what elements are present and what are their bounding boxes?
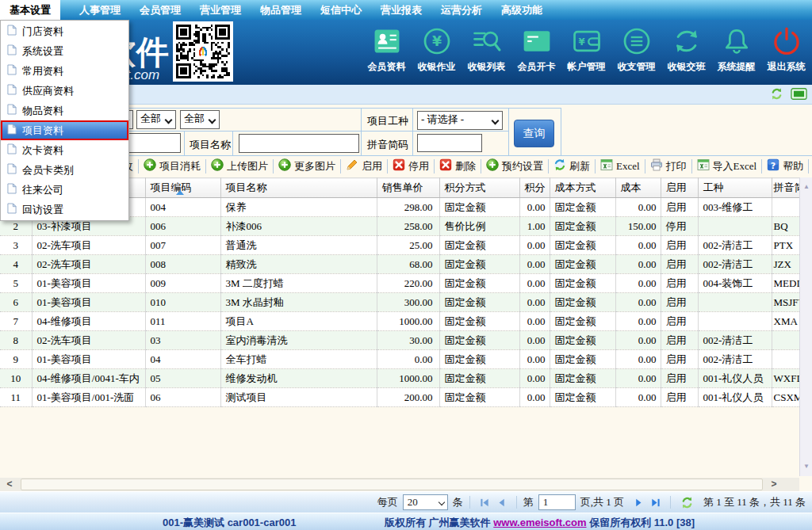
toolbar-button[interactable]: ? 帮助	[762, 158, 808, 174]
dropdown-item[interactable]: 常用资料	[1, 61, 128, 81]
toolbar-button[interactable]: Excel	[596, 158, 645, 174]
toolbar-button[interactable]: 更多图片	[274, 158, 340, 174]
table-row[interactable]: 1004-维修项目/0041-车内 05维修发动机 1000.00固定金额 0.…	[0, 369, 799, 388]
dropdown-item[interactable]: 会员卡类别	[1, 160, 128, 180]
pencil-icon	[346, 158, 358, 174]
header-button[interactable]: 退出系统	[761, 24, 811, 82]
last-page-button[interactable]	[650, 498, 661, 508]
website-link[interactable]: www.emeisoft.com	[493, 517, 586, 528]
refresh-page-icon[interactable]	[680, 496, 694, 509]
dropdown-item[interactable]: 物品资料	[1, 101, 128, 120]
menubar-item[interactable]: 运营分析	[431, 0, 492, 20]
doc-icon	[7, 143, 17, 158]
filter-select-2[interactable]: 全部	[180, 110, 220, 129]
bell-icon	[721, 24, 753, 59]
store-info: 001-赢美测试 car001-car001	[163, 516, 296, 530]
scroll-right-icon[interactable]: >	[764, 478, 783, 491]
table-header-cell[interactable]: 销售单价	[377, 178, 439, 198]
menubar-item[interactable]: 营业管理	[190, 0, 251, 20]
menubar-item[interactable]: 短信中心	[311, 0, 371, 20]
header-button[interactable]: ¥ 收银作业	[412, 24, 462, 82]
toolbar-button[interactable]: 删除	[435, 158, 481, 174]
table-row[interactable]: 704-维修项目 011项目A 1000.00固定金额 0.00固定金额 0.0…	[0, 312, 799, 331]
query-button[interactable]: 查询	[514, 120, 554, 147]
doc-icon	[7, 104, 17, 118]
table-row[interactable]: 402-洗车项目 008精致洗 68.00固定金额 0.00固定金额 0.00启…	[0, 255, 799, 274]
per-page-select[interactable]: 20	[403, 494, 448, 510]
dropdown-item[interactable]: 回访设置	[1, 200, 128, 219]
vertical-scrollbar[interactable]: ▲ ▼	[799, 177, 812, 476]
plus-icon	[211, 158, 224, 174]
toolbar-button[interactable]: 停用	[388, 158, 434, 174]
toolbar-button[interactable]: 预约设置	[481, 158, 548, 174]
name-label: 项目名称	[190, 138, 231, 152]
table-row[interactable]: 802-洗车项目 03室内消毒清洗 30.00固定金额 0.00固定金额 0.0…	[0, 331, 799, 350]
pinyin-input[interactable]	[417, 134, 482, 152]
toolbar-separator	[808, 159, 809, 173]
toolbar-button[interactable]: 导入Excel	[692, 158, 762, 174]
table-row[interactable]: 601-美容项目 0103M 水晶封釉 300.00固定金额 0.00固定金额 …	[0, 293, 799, 312]
dropdown-item[interactable]: 往来公司	[1, 180, 128, 200]
filter-select-1[interactable]: 全部	[136, 110, 176, 129]
page-input[interactable]: 1	[538, 494, 576, 510]
member-card-icon	[371, 24, 403, 59]
toolbar-button[interactable]: 刷新	[549, 158, 595, 174]
header-button[interactable]: 收支管理	[611, 24, 661, 82]
toolbar-button[interactable]: 启用	[341, 158, 387, 174]
svg-text:¥: ¥	[578, 36, 585, 48]
toolbar-button[interactable]: 上传图片	[206, 158, 273, 174]
table-header-cell[interactable]: 成本方式	[550, 178, 615, 198]
statusbar: 001-赢美测试 car001-car001 版权所有 广州赢美软件 www.e…	[0, 513, 812, 530]
toolbar-button[interactable]: 项目消耗	[139, 158, 205, 174]
dropdown-item[interactable]: 次卡资料	[1, 140, 128, 160]
table-header-cell[interactable]: 项目名称	[220, 178, 377, 198]
monitor-icon[interactable]	[791, 88, 807, 103]
table-row[interactable]: 501-美容项目 0093M 二度打蜡 220.00固定金额 0.00固定金额 …	[0, 274, 799, 293]
next-page-button[interactable]	[634, 498, 644, 508]
dropdown-item[interactable]: 项目资料	[1, 120, 128, 140]
help-icon: ?	[767, 158, 779, 174]
cross-icon	[439, 158, 452, 174]
menubar-item[interactable]: 高级功能	[492, 0, 552, 20]
table-header-cell[interactable]: 积分方式	[439, 178, 519, 198]
header-button-label: 收支管理	[618, 60, 656, 74]
dropdown-item[interactable]: 门店资料	[1, 21, 128, 41]
first-page-button[interactable]	[480, 498, 490, 508]
header-button[interactable]: 系统提醒	[711, 24, 761, 82]
project-name-input[interactable]	[239, 134, 359, 153]
header-button[interactable]: 收银交班	[661, 24, 711, 82]
scroll-up-icon[interactable]: ▲	[800, 181, 812, 193]
table-header-cell[interactable]: 拼音简码	[772, 178, 799, 198]
cross-icon	[393, 158, 405, 174]
header-button[interactable]: ¥ 帐户管理	[561, 24, 611, 82]
table-header-cell[interactable]: 成本	[615, 178, 661, 198]
scroll-down-icon[interactable]: ▼	[800, 460, 812, 473]
table-row[interactable]: 302-洗车项目 007普通洗 25.00固定金额 0.00固定金额 0.00启…	[0, 236, 799, 255]
prev-page-button[interactable]	[496, 498, 507, 508]
hscroll-thumb[interactable]	[21, 479, 763, 490]
dropdown-item[interactable]: 系统设置	[1, 41, 128, 61]
header-button[interactable]: 收银列表	[462, 24, 511, 82]
dropdown-item[interactable]: 供应商资料	[1, 81, 128, 101]
per-page-label: 每页	[377, 495, 398, 509]
toolbar-button[interactable]: 打印	[645, 158, 691, 174]
header-button[interactable]: 会员资料	[362, 24, 412, 82]
table-header-cell[interactable]: 工种	[698, 178, 772, 198]
header-button-label: 退出系统	[768, 60, 806, 74]
menubar-item[interactable]: 人事管理	[70, 0, 130, 20]
refresh-icon[interactable]	[770, 87, 783, 104]
menubar-item[interactable]: 营业报表	[371, 0, 431, 20]
table-row[interactable]: 901-美容项目 04全车打蜡 0.00固定金额 0.00固定金额 0.00启用…	[0, 350, 799, 369]
chevron-down-icon	[165, 116, 173, 124]
menubar-item[interactable]: 物品管理	[251, 0, 311, 20]
table-header-cell[interactable]: 积分	[519, 178, 550, 198]
scroll-left-icon[interactable]: <	[0, 478, 19, 491]
menubar-item[interactable]: 会员管理	[130, 0, 190, 20]
menubar-item[interactable]: 基本设置	[0, 0, 60, 20]
plus-icon	[278, 158, 291, 174]
job-select[interactable]: - 请选择 -	[417, 111, 503, 130]
header-button[interactable]: 会员开卡	[511, 24, 561, 82]
table-header-cell[interactable]: 启用	[661, 178, 698, 198]
horizontal-scrollbar[interactable]: < >	[0, 478, 799, 491]
table-row[interactable]: 1101-美容项目/001-洗面 06测试项目 200.00固定金额 0.00固…	[0, 388, 799, 407]
